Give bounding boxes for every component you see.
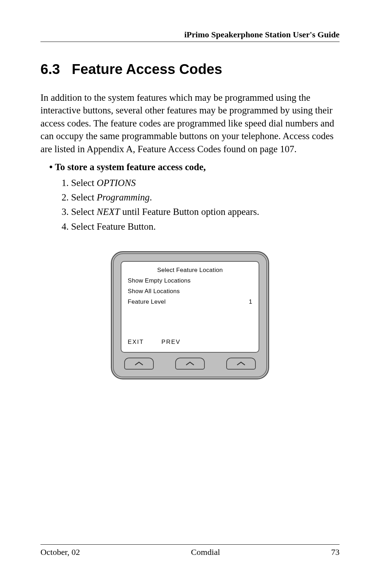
chevron-up-icon bbox=[185, 361, 195, 366]
procedure-bullet: To store a system feature access code, bbox=[49, 162, 340, 173]
step-item: 3. Select NEXT until Feature Button opti… bbox=[62, 205, 340, 219]
running-header: iPrimo Speakerphone Station User's Guide bbox=[40, 30, 340, 42]
footer-page-number: 73 bbox=[331, 547, 340, 557]
lcd-softkey-row: EXIT PREV bbox=[128, 339, 252, 346]
step-number: 3. bbox=[62, 206, 69, 217]
hard-button-left[interactable] bbox=[124, 358, 154, 370]
step-number: 2. bbox=[62, 192, 69, 203]
step-text-italic: Programming bbox=[97, 192, 150, 203]
step-item: 1. Select OPTIONS bbox=[62, 176, 340, 190]
lcd-line: Show All Locations bbox=[128, 288, 252, 295]
step-text-italic: NEXT bbox=[97, 206, 120, 217]
lcd-feature-label: Feature Level bbox=[128, 298, 166, 305]
page: iPrimo Speakerphone Station User's Guide… bbox=[0, 0, 380, 588]
step-item: 4. Select Feature Button. bbox=[62, 220, 340, 234]
footer-brand: Comdial bbox=[191, 547, 220, 557]
section-heading: 6.3 Feature Access Codes bbox=[40, 61, 340, 77]
section-title: Feature Access Codes bbox=[72, 61, 222, 77]
step-number: 4. bbox=[62, 221, 69, 232]
footer-date: October, 02 bbox=[40, 547, 80, 557]
step-text-italic: OPTIONS bbox=[97, 178, 136, 188]
lcd-feature-value: 1 bbox=[249, 298, 252, 305]
chevron-up-icon bbox=[134, 361, 144, 366]
device-frame-outer: Select Feature Location Show Empty Locat… bbox=[111, 251, 269, 379]
step-item: 2. Select Programming. bbox=[62, 191, 340, 204]
lcd-line: Show Empty Locations bbox=[128, 277, 252, 284]
device-frame-inner: Select Feature Location Show Empty Locat… bbox=[113, 253, 267, 377]
lcd-screen: Select Feature Location Show Empty Locat… bbox=[121, 261, 259, 353]
step-text: Select bbox=[71, 192, 97, 203]
section-number: 6.3 bbox=[40, 61, 60, 77]
softkey-exit: EXIT bbox=[128, 339, 144, 346]
chevron-up-icon bbox=[236, 361, 246, 366]
intro-paragraph: In addition to the system features which… bbox=[40, 91, 340, 155]
lcd-title: Select Feature Location bbox=[128, 267, 252, 274]
step-text: Select bbox=[71, 178, 97, 188]
page-footer: October, 02 Comdial 73 bbox=[40, 544, 340, 557]
steps-list: 1. Select OPTIONS 2. Select Programming.… bbox=[62, 176, 340, 234]
step-text: Select Feature Button. bbox=[71, 221, 156, 232]
hard-button-right[interactable] bbox=[226, 358, 256, 370]
step-text: until Feature Button option appears. bbox=[120, 206, 259, 217]
hard-button-middle[interactable] bbox=[175, 358, 205, 370]
step-text: . bbox=[150, 192, 152, 203]
step-text: Select bbox=[71, 206, 97, 217]
device-illustration: Select Feature Location Show Empty Locat… bbox=[40, 251, 340, 379]
hard-button-row bbox=[121, 353, 259, 372]
step-number: 1. bbox=[62, 178, 69, 188]
softkey-prev: PREV bbox=[162, 339, 180, 346]
lcd-feature-row: Feature Level 1 bbox=[128, 298, 252, 305]
